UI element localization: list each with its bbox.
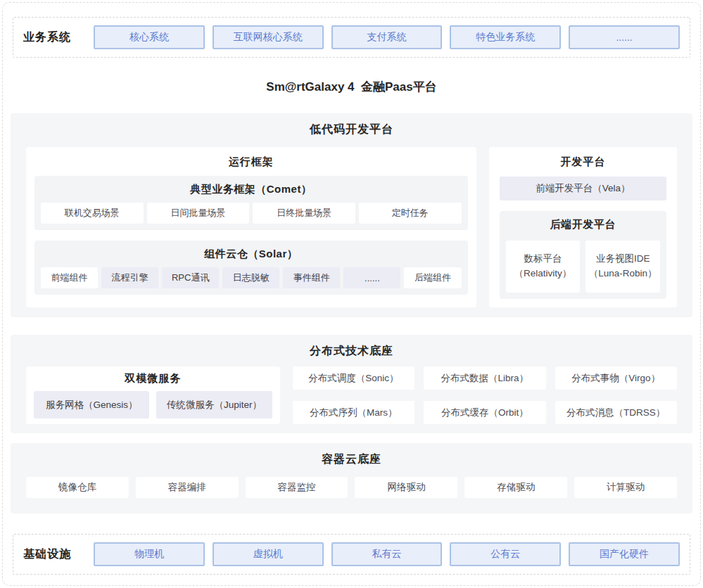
- business-system-box: 互联网核心系统: [213, 25, 324, 49]
- solar-item-front: 前端组件: [41, 267, 98, 288]
- backend-group: 后端开发平台 数标平台 （Relativity） 业务视图IDE （Luna-R…: [500, 211, 666, 299]
- comet-item: 定时任务: [359, 203, 462, 224]
- architecture-diagram: 业务系统 核心系统 互联网核心系统 支付系统 特色业务系统 ...... Sm@…: [0, 0, 703, 588]
- distributed-item: 分布式消息（TDRSS）: [555, 401, 677, 424]
- infrastructure-item: 物理机: [94, 542, 205, 566]
- business-systems-row: 业务系统 核心系统 互联网核心系统 支付系统 特色业务系统 ......: [13, 17, 690, 58]
- dual-mode-panel: 双模微服务 服务网格（Genesis） 传统微服务（Jupiter）: [26, 366, 280, 424]
- distributed-item: 分布式序列（Mars）: [293, 401, 414, 424]
- container-cloud-item: 存储驱动: [464, 477, 567, 498]
- business-system-box: 特色业务系统: [450, 25, 561, 49]
- backend-items: 数标平台 （Relativity） 业务视图IDE （Luna-Robin）: [506, 241, 660, 293]
- comet-item: 日终批量场景: [253, 203, 355, 224]
- backend-item: 数标平台 （Relativity）: [506, 241, 581, 293]
- runtime-framework-panel: 运行框架 典型业务框架（Comet） 联机交易场景 日间批量场景 日终批量场景 …: [26, 147, 476, 307]
- business-system-box: ......: [569, 25, 680, 49]
- lowcode-section-title: 低代码开发平台: [26, 122, 677, 137]
- distributed-section-title: 分布式技术底座: [26, 344, 677, 359]
- infrastructure-item: 公有云: [450, 542, 561, 566]
- backend-item-line: 业务视图IDE: [596, 252, 650, 267]
- container-cloud-item: 镜像仓库: [26, 477, 129, 498]
- container-cloud-item: 计算驱动: [574, 477, 677, 498]
- distributed-item: 分布式数据（Libra）: [424, 366, 545, 390]
- business-system-box: 核心系统: [94, 25, 205, 49]
- lowcode-body: 运行框架 典型业务框架（Comet） 联机交易场景 日间批量场景 日终批量场景 …: [26, 147, 677, 307]
- dual-mode-item: 传统微服务（Jupiter）: [156, 391, 272, 418]
- container-cloud-title: 容器云底座: [26, 452, 677, 467]
- infrastructure-row: 基础设施 物理机 虚拟机 私有云 公有云 国产化硬件: [13, 534, 690, 575]
- container-cloud-items: 镜像仓库 容器编排 容器监控 网络驱动 存储驱动 计算驱动: [26, 477, 677, 498]
- dual-mode-item: 服务网格（Genesis）: [34, 391, 149, 418]
- solar-items: 前端组件 流程引擎 RPC通讯 日志脱敏 事件组件 ...... 后端组件: [41, 267, 462, 288]
- distributed-section: 分布式技术底座 双模微服务 服务网格（Genesis） 传统微服务（Jupite…: [11, 335, 692, 433]
- solar-group: 组件云仓（Solar） 前端组件 流程引擎 RPC通讯 日志脱敏 事件组件 ..…: [34, 241, 468, 295]
- solar-item-back: 后端组件: [404, 267, 461, 288]
- distributed-item: 分布式调度（Sonic）: [293, 366, 414, 390]
- comet-item: 联机交易场景: [41, 203, 144, 224]
- business-system-box: 支付系统: [331, 25, 443, 49]
- container-cloud-item: 容器编排: [136, 477, 239, 498]
- business-systems-label: 业务系统: [23, 30, 94, 45]
- backend-item-line: 数标平台: [524, 252, 562, 267]
- infrastructure-item: 虚拟机: [213, 542, 324, 566]
- business-systems-boxes: 核心系统 互联网核心系统 支付系统 特色业务系统 ......: [94, 25, 680, 49]
- runtime-framework-title: 运行框架: [34, 155, 468, 169]
- solar-item: 日志脱敏: [222, 267, 279, 288]
- backend-item-line: （Luna-Robin）: [589, 267, 657, 281]
- dev-platform-title: 开发平台: [498, 155, 669, 169]
- distributed-items-grid: 分布式调度（Sonic） 分布式数据（Libra） 分布式事物（Virgo） 分…: [293, 366, 677, 424]
- distributed-body: 双模微服务 服务网格（Genesis） 传统微服务（Jupiter） 分布式调度…: [26, 366, 677, 424]
- solar-item: ......: [343, 267, 400, 288]
- distributed-item: 分布式缓存（Orbit）: [424, 401, 545, 424]
- infrastructure-boxes: 物理机 虚拟机 私有云 公有云 国产化硬件: [94, 542, 680, 566]
- container-cloud-section: 容器云底座 镜像仓库 容器编排 容器监控 网络驱动 存储驱动 计算驱动: [11, 443, 692, 513]
- comet-items: 联机交易场景 日间批量场景 日终批量场景 定时任务: [41, 203, 462, 224]
- comet-item: 日间批量场景: [147, 203, 250, 224]
- container-cloud-item: 网络驱动: [355, 477, 457, 498]
- infrastructure-item: 私有云: [331, 542, 443, 566]
- solar-item: 事件组件: [283, 267, 340, 288]
- solar-item: 流程引擎: [101, 267, 158, 288]
- dual-mode-items: 服务网格（Genesis） 传统微服务（Jupiter）: [34, 391, 272, 418]
- backend-item: 业务视图IDE （Luna-Robin）: [585, 241, 660, 293]
- comet-group: 典型业务框架（Comet） 联机交易场景 日间批量场景 日终批量场景 定时任务: [34, 176, 468, 230]
- comet-title: 典型业务框架（Comet）: [41, 183, 462, 196]
- dev-platform-panel: 开发平台 前端开发平台（Vela） 后端开发平台 数标平台 （Relativit…: [489, 147, 677, 307]
- distributed-item: 分布式事物（Virgo）: [555, 366, 677, 390]
- backend-title: 后端开发平台: [506, 218, 660, 231]
- lowcode-section: 低代码开发平台 运行框架 典型业务框架（Comet） 联机交易场景 日间批量场景…: [11, 113, 692, 317]
- backend-item-line: （Relativity）: [514, 267, 572, 281]
- infrastructure-label: 基础设施: [23, 547, 94, 562]
- dual-mode-title: 双模微服务: [34, 372, 272, 385]
- solar-title: 组件云仓（Solar）: [41, 248, 462, 261]
- container-cloud-item: 容器监控: [246, 477, 348, 498]
- solar-item: RPC通讯: [162, 267, 219, 288]
- vela-box: 前端开发平台（Vela）: [500, 177, 666, 200]
- platform-title: Sm@rtGalaxy 4 金融Paas平台: [0, 79, 703, 95]
- infrastructure-item: 国产化硬件: [569, 542, 680, 566]
